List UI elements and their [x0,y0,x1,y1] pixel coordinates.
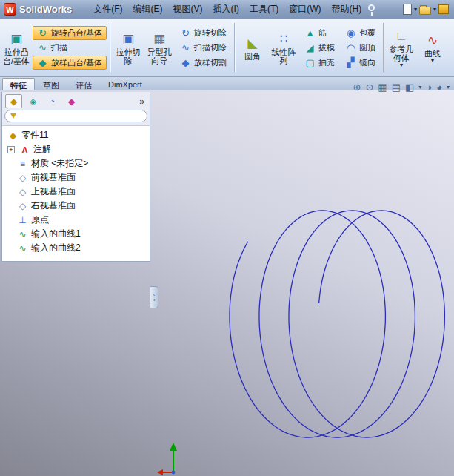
loft-cut-button[interactable]: ◆ 放样切割 [176,56,231,70]
tree-item-label: 输入的曲线2 [31,242,81,254]
curve-icon: ∿ [17,229,28,239]
dimxpert-manager-tab[interactable]: ◆ [63,94,80,108]
menu-tools[interactable]: 工具(T) [244,1,284,18]
plane-icon: ◇ [17,173,28,183]
loft-boss-icon: ◆ [37,57,48,68]
tree-item-label: 输入的曲线1 [31,228,81,240]
feature-manager-panel: ◆ ◈ ◔ ◆ » ◆ 零件11 + A 注解 ≡ 材质 <未指定 [1,92,150,262]
filter-funnel-icon [10,113,16,119]
tree-item-imported-curve-1[interactable]: ∿ 输入的曲线1 [4,227,150,241]
revolve-cut-icon: ↻ [180,27,191,39]
zoom-area-icon[interactable]: ⊙ [365,82,373,93]
appearance-icon[interactable]: ◕ [436,82,442,93]
tree-item-front-plane[interactable]: ◇ 前视基准面 [4,171,150,185]
extrude-cut-label: 拉伸切除 [113,47,143,65]
tree-item-annotations[interactable]: + A 注解 [4,142,150,156]
tree-item-origin[interactable]: ⊥ 原点 [4,213,150,227]
fillet-button[interactable]: ◣ 圆角 [238,34,267,61]
command-manager-ribbon: ▣ 拉伸凸台/基体 ↻ 旋转凸台/基体 ∿ 扫描 ◆ 放样凸台/基体 ▣ 拉伸切… [0,19,454,77]
feature-manager-tab-icon: ◆ [10,96,17,107]
loft-cut-icon: ◆ [180,57,191,68]
tab-features[interactable]: 特征 [2,78,35,90]
menu-file[interactable]: 文件(F) [88,1,127,18]
wrap-label: 包覆 [359,27,375,39]
menu-pin-icon[interactable] [368,4,375,11]
quick-toolbar: ▾ ▾ [403,4,450,15]
panel-overflow-chevron-icon[interactable]: » [137,96,147,107]
tree-filter-input[interactable] [20,111,141,121]
sweep-boss-button[interactable]: ∿ 扫描 [33,41,107,55]
tree-item-label: 原点 [31,214,49,226]
curves-button[interactable]: ∿ 曲线 ▾ [418,31,447,64]
open-document-icon[interactable] [419,7,431,15]
rib-icon: ▲ [304,27,316,39]
tree-item-part[interactable]: ◆ 零件11 [4,128,150,142]
zoom-fit-icon[interactable]: ⊕ [353,82,361,93]
loft-cut-label: 放样切割 [194,57,227,68]
draft-button[interactable]: ◢ 拔模 [300,41,339,55]
panel-splitter-handle[interactable]: ‹ ‹ [150,286,158,308]
solidworks-window: W SolidWorks 文件(F) 编辑(E) 视图(V) 插入(I) 工具(… [0,0,454,476]
menu-window[interactable]: 窗口(W) [284,1,326,18]
curves-icon: ∿ [427,33,438,49]
rib-button[interactable]: ▲ 筋 [300,26,339,40]
tree-item-label: 右视基准面 [31,199,76,212]
dome-icon: ◠ [345,42,356,53]
tree-item-label: 零件11 [21,129,48,142]
sweep-cut-button[interactable]: ∿ 扫描切除 [176,41,231,55]
tree-item-material[interactable]: ≡ 材质 <未指定> [4,156,150,171]
appearance-dropdown-icon[interactable]: ▾ [447,85,450,90]
tab-sketch[interactable]: 草图 [35,78,67,90]
wrap-button[interactable]: ◉ 包覆 [341,26,380,40]
new-document-dropdown-icon[interactable]: ▾ [414,7,417,13]
hole-wizard-button[interactable]: ▦ 异型孔向导 [144,30,174,65]
new-document-icon[interactable] [403,4,412,15]
menu-edit[interactable]: 编辑(E) [128,1,168,18]
tree-item-right-plane[interactable]: ◇ 右视基准面 [4,199,150,213]
toolbox-icon[interactable] [438,4,449,14]
tree-item-label: 上视基准面 [31,185,76,198]
menu-help[interactable]: 帮助(H) [327,1,367,18]
property-manager-tab[interactable]: ◈ [24,94,41,108]
tree-item-label: 材质 <未指定> [31,157,88,170]
feature-manager-tab[interactable]: ◆ [5,94,22,108]
title-bar: W SolidWorks 文件(F) 编辑(E) 视图(V) 插入(I) 工具(… [0,0,454,19]
reference-geometry-label: 参考几何体 [387,44,416,62]
dome-button[interactable]: ◠ 圆顶 [341,41,380,55]
extrude-boss-button[interactable]: ▣ 拉伸凸台/基体 [1,30,31,65]
mirror-button[interactable]: ▞ 镜向 [341,56,380,70]
ribbon-separator [234,23,235,72]
tab-evaluate[interactable]: 评估 [67,78,100,90]
revolve-boss-button[interactable]: ↻ 旋转凸台/基体 [33,26,107,40]
reference-geometry-dropdown-icon: ▾ [400,62,403,68]
property-manager-tab-icon: ◈ [30,96,36,107]
tab-dimxpert[interactable]: DimXpert [100,78,150,90]
fillet-label: 圆角 [244,52,261,61]
extrude-boss-icon: ▣ [10,32,22,47]
configuration-manager-tab[interactable]: ◔ [44,94,61,108]
reference-geometry-button[interactable]: ∟ 参考几何体 ▾ [387,27,416,68]
open-document-dropdown-icon[interactable]: ▾ [433,7,436,13]
solidworks-logo-icon: W [4,3,16,16]
linear-pattern-button[interactable]: ∷ 线性阵列 [269,30,298,65]
filter-box [4,110,147,122]
loft-boss-button[interactable]: ◆ 放样凸台/基体 [33,56,107,70]
app-title: SolidWorks [19,4,72,15]
display-style-icon[interactable]: ◧ [405,82,414,93]
menu-view[interactable]: 视图(V) [168,1,208,18]
hole-wizard-icon: ▦ [153,32,165,47]
revolve-cut-button[interactable]: ↻ 旋转切除 [176,26,231,40]
tree-item-top-plane[interactable]: ◇ 上视基准面 [4,185,150,199]
view-orientation-icon[interactable]: ▤ [392,82,401,93]
hide-show-icon[interactable]: ◑ [426,82,432,93]
sweep-boss-icon: ∿ [37,42,48,53]
menu-insert[interactable]: 插入(I) [208,1,244,18]
tree-item-imported-curve-2[interactable]: ∿ 输入的曲线2 [4,241,150,255]
extrude-cut-button[interactable]: ▣ 拉伸切除 [113,30,143,65]
shell-button[interactable]: ▢ 抽壳 [300,56,339,70]
section-view-icon[interactable]: ▦ [378,82,387,93]
expand-icon[interactable]: + [7,146,15,153]
loft-boss-label: 放样凸台/基体 [51,57,102,68]
display-style-dropdown-icon[interactable]: ▾ [418,85,421,90]
ribbon-separator [110,23,110,72]
